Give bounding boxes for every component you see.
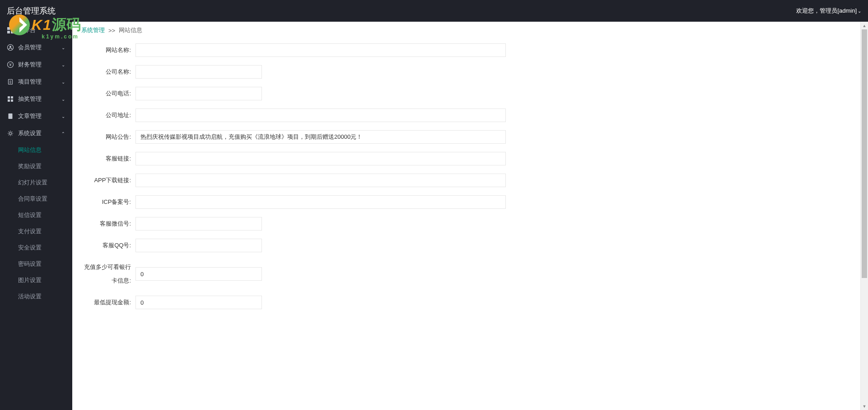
user-dropdown[interactable]: 欢迎您，管理员[admin] ⌄ [796, 7, 861, 15]
app-title: 后台管理系统 [7, 5, 56, 16]
header: 后台管理系统 欢迎您，管理员[admin] ⌄ [0, 0, 868, 22]
welcome-text: 欢迎您，管理员[admin] [796, 7, 857, 15]
chevron-down-icon: ⌄ [858, 9, 861, 14]
